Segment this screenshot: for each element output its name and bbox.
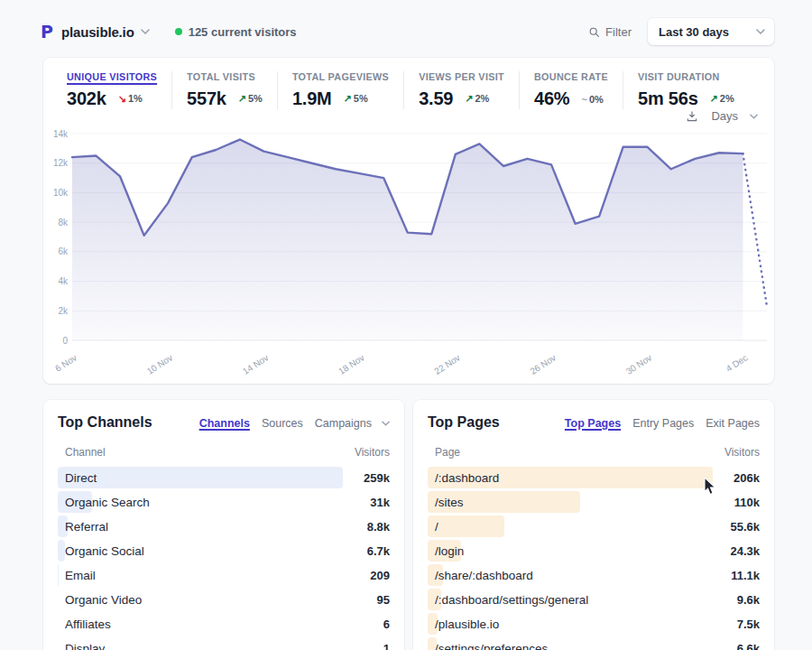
stat-total-pageviews[interactable]: TOTAL PAGEVIEWS1.9M↗5%	[277, 71, 403, 109]
stat-change-value: 1%	[128, 93, 143, 104]
stat-visit-duration[interactable]: VISIT DURATION5m 56s↗2%	[623, 71, 749, 109]
trend-up-icon: ↗	[465, 93, 473, 104]
chart-controls: Days	[686, 109, 758, 123]
bar-area: /	[428, 515, 713, 537]
tab-label: Channels	[199, 417, 250, 430]
stat-change-value: 2%	[720, 93, 734, 104]
row-label: /plausible.io	[428, 618, 499, 631]
table-row[interactable]: Organic Search31k	[58, 491, 390, 513]
col-page: Page	[435, 446, 460, 459]
table-row[interactable]: /login24.3k	[428, 540, 760, 562]
top-pages-tabs: Top PagesEntry PagesExit Pages	[565, 417, 760, 430]
stat-label: VISIT DURATION	[638, 71, 734, 82]
stat-change: ↗2%	[465, 93, 489, 105]
site-name: plausible.io	[61, 24, 134, 40]
bar-area: Email	[58, 564, 343, 586]
table-row[interactable]: Organic Social6.7k	[58, 540, 390, 562]
bar-area: Affiliates	[58, 613, 343, 635]
tab-entry-pages[interactable]: Entry Pages	[632, 417, 694, 430]
table-row[interactable]: /plausible.io7.5k	[428, 613, 760, 635]
col-visitors: Visitors	[355, 446, 390, 459]
svg-text:6k: 6k	[58, 246, 69, 256]
table-row[interactable]: /:dashboard/settings/general9.6k	[428, 589, 760, 610]
chevron-down-icon	[750, 114, 758, 119]
tab-channels[interactable]: Channels	[199, 417, 250, 430]
top-pages-panel: Top Pages Top PagesEntry PagesExit Pages…	[413, 400, 774, 650]
download-icon[interactable]	[686, 110, 698, 123]
svg-text:4 Dec: 4 Dec	[724, 352, 750, 373]
tab-label: Top Pages	[565, 417, 621, 430]
row-value: 259k	[343, 471, 390, 485]
bar-area: /plausible.io	[428, 613, 713, 635]
row-value: 6	[343, 618, 390, 631]
plausible-logo-icon: P	[41, 22, 53, 42]
svg-text:2k: 2k	[58, 306, 69, 316]
filter-button[interactable]: Filter	[588, 25, 632, 39]
row-label: /	[428, 520, 438, 534]
table-row[interactable]: Direct259k	[58, 467, 390, 488]
interval-select[interactable]: Days	[711, 109, 758, 123]
stat-change-value: 2%	[475, 93, 490, 104]
current-visitors-label: 125 current visitors	[189, 25, 297, 39]
row-label: Email	[58, 569, 96, 582]
row-value: 209	[343, 569, 390, 582]
row-label: Organic Video	[58, 593, 142, 607]
stat-change: ↗5%	[344, 93, 368, 105]
table-row[interactable]: /share/:dashboard11.1k	[428, 564, 760, 586]
stats-row: UNIQUE VISITORS302k↘1%TOTAL VISITS557k↗5…	[43, 58, 774, 109]
stat-change-value: 5%	[354, 93, 368, 104]
tab-campaigns[interactable]: Campaigns	[315, 417, 390, 430]
trend-down-icon: ↘	[118, 93, 126, 104]
stat-value: 5m 56s	[638, 88, 698, 109]
trend-up-icon: ↗	[710, 93, 718, 104]
row-value: 9.6k	[713, 593, 760, 607]
tab-top-pages[interactable]: Top Pages	[565, 417, 621, 430]
date-range-select[interactable]: Last 30 days	[648, 18, 774, 45]
table-row[interactable]: Referral8.8k	[58, 515, 390, 537]
stat-total-visits[interactable]: TOTAL VISITS557k↗5%	[171, 71, 277, 109]
tab-label: Sources	[262, 417, 303, 430]
row-label: /login	[428, 544, 464, 558]
site-picker[interactable]: P plausible.io	[41, 22, 150, 42]
stat-views-per-visit[interactable]: VIEWS PER VISIT3.59↗2%	[403, 71, 519, 109]
svg-text:14k: 14k	[53, 129, 69, 139]
bar-area: Organic Social	[58, 540, 343, 562]
overview-card: UNIQUE VISITORS302k↘1%TOTAL VISITS557k↗5…	[43, 58, 774, 384]
table-row[interactable]: Organic Video95	[58, 589, 390, 610]
table-row[interactable]: /sites110k	[428, 491, 760, 513]
current-visitors[interactable]: 125 current visitors	[175, 25, 297, 39]
bar-area: Direct	[58, 467, 343, 488]
table-row[interactable]: Display1	[58, 637, 390, 650]
row-value: 206k	[713, 471, 760, 485]
tab-sources[interactable]: Sources	[262, 417, 303, 430]
top-channels-tabs: ChannelsSourcesCampaigns	[199, 417, 390, 430]
channels-column-headers: Channel Visitors	[58, 446, 390, 459]
table-row[interactable]: /55.6k	[428, 515, 760, 537]
bar-area: /:dashboard/settings/general	[428, 589, 713, 610]
stat-label: VIEWS PER VISIT	[419, 71, 504, 82]
row-value: 55.6k	[713, 520, 760, 534]
tab-exit-pages[interactable]: Exit Pages	[706, 417, 760, 430]
svg-text:12k: 12k	[53, 158, 69, 168]
stat-value: 3.59	[419, 88, 453, 109]
top-pages-title: Top Pages	[428, 414, 500, 431]
col-visitors: Visitors	[724, 446, 760, 459]
bar-area: /login	[428, 540, 713, 562]
table-row[interactable]: Email209	[58, 564, 390, 586]
table-row[interactable]: Affiliates6	[58, 613, 390, 635]
stat-value: 557k	[187, 88, 226, 109]
stat-unique-visitors[interactable]: UNIQUE VISITORS302k↘1%	[52, 71, 171, 109]
interval-label: Days	[711, 109, 738, 123]
table-row[interactable]: /settings/preferences6.6k	[428, 637, 760, 650]
table-row[interactable]: /:dashboard206k	[428, 467, 760, 488]
svg-text:10 Nov: 10 Nov	[145, 352, 175, 376]
row-value: 11.1k	[713, 569, 760, 582]
stat-bounce-rate[interactable]: BOUNCE RATE46%~0%	[519, 71, 623, 109]
row-label: /:dashboard/settings/general	[428, 593, 588, 607]
stat-label: UNIQUE VISITORS	[67, 71, 157, 82]
col-channel: Channel	[65, 446, 106, 459]
stat-change: ↗2%	[710, 93, 734, 105]
search-icon	[588, 26, 600, 38]
visitors-area-chart: 02k4k6k8k10k12k14k6 Nov10 Nov14 Nov18 No…	[49, 126, 769, 379]
row-label: Display	[58, 642, 105, 650]
